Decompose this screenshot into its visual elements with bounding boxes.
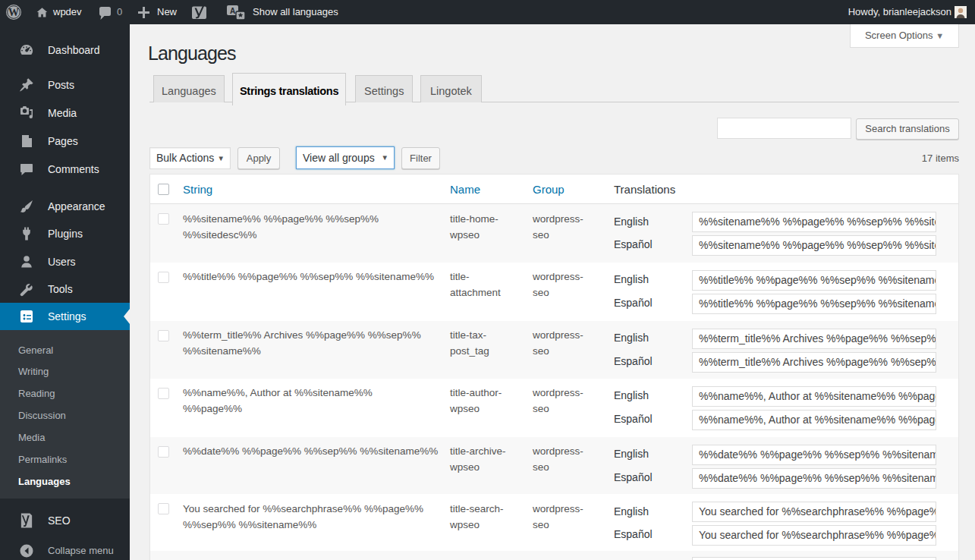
svg-text:A: A	[230, 7, 235, 15]
svg-text:W: W	[8, 7, 19, 18]
